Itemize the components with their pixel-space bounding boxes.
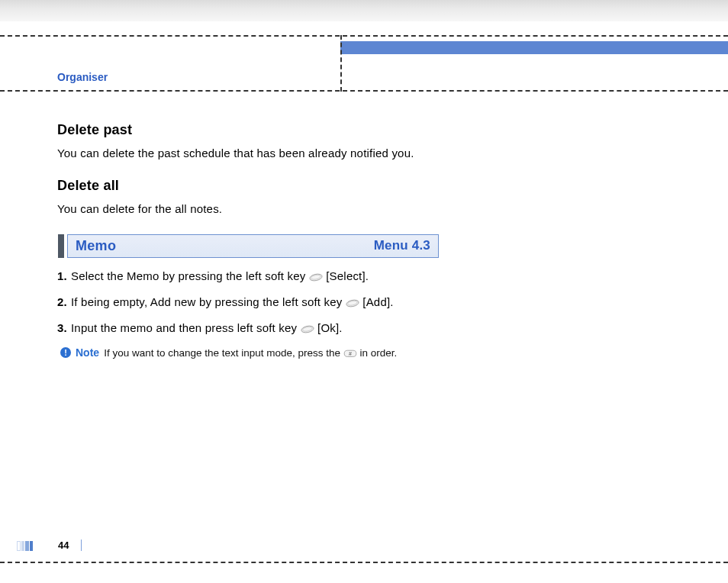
menu-tab-marker [58,234,64,258]
step-text-post: [Add]. [362,295,393,308]
step-text-post: [Ok]. [317,321,343,334]
dashed-line-bottom [0,562,728,563]
menu-title: Memo [76,238,116,254]
steps-list: Select the Memo by pressing the left sof… [57,269,439,337]
note-label: Note [76,346,99,359]
footer-color-bars [17,541,33,551]
note-text: If you want to change the text input mod… [104,346,397,360]
note-text-pre: If you want to change the text input mod… [104,347,343,359]
softkey-icon [301,325,314,333]
section-title-delete-all: Delete all [57,178,439,194]
step-item: Input the memo and then press left soft … [57,320,439,336]
step-item: If being empty, Add new by pressing the … [57,295,439,310]
step-item: Select the Memo by pressing the left sof… [57,269,439,284]
footer-divider [81,540,82,551]
section-body-delete-past: You can delete the past schedule that ha… [57,146,439,161]
note-row: ! Note If you want to change the text in… [60,346,439,360]
menu-header-box: Memo Menu 4.3 [67,234,439,258]
hash-key-icon: # [343,349,357,358]
breadcrumb: Organiser [57,71,108,83]
dashed-line-mid [0,90,728,92]
page-number: 44 [58,540,69,551]
page-background: Organiser Delete past You can delete the… [0,0,728,583]
step-text-post: [Select]. [326,269,369,282]
softkey-icon [346,299,359,308]
top-gradient-bar [0,0,728,21]
info-icon: ! [60,347,71,358]
step-text-pre: Input the memo and then press left soft … [71,321,301,334]
step-text-pre: Select the Memo by pressing the left sof… [71,269,309,282]
section-body-delete-all: You can delete for the all notes. [57,201,439,217]
section-title-delete-past: Delete past [57,122,439,138]
svg-text:#: # [349,351,352,356]
header-blue-bar [340,41,728,54]
note-text-post: in order. [360,347,398,359]
dashed-line-top [0,35,728,37]
main-content: Delete past You can delete the past sche… [57,122,439,360]
menu-number: Menu 4.3 [374,238,430,253]
step-text-pre: If being empty, Add new by pressing the … [71,295,346,308]
softkey-icon [309,273,323,282]
dashed-line-vertical [340,35,342,92]
